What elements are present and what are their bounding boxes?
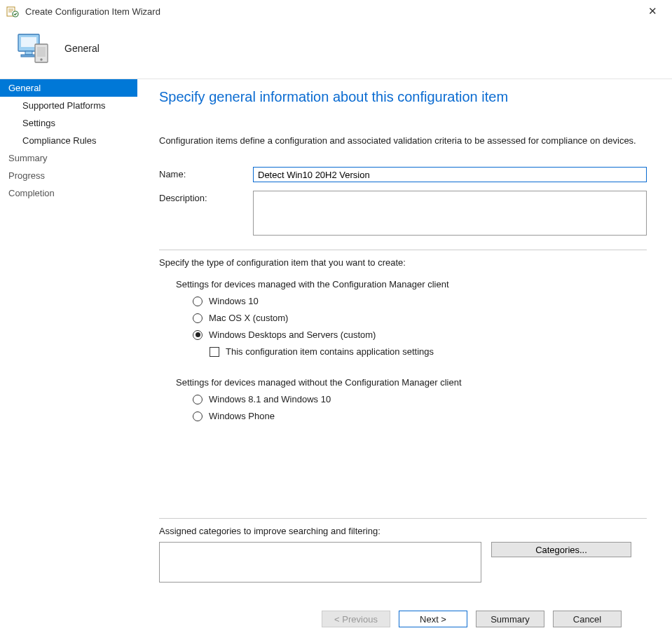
svg-rect-5 — [21, 55, 36, 57]
sidebar-item-settings[interactable]: Settings — [0, 114, 137, 132]
sidebar-item-progress[interactable]: Progress — [0, 167, 137, 184]
close-icon[interactable]: ✕ — [638, 5, 666, 18]
app-icon — [6, 4, 20, 18]
radio-icon — [193, 297, 203, 306]
sidebar: General Supported Platforms Settings Com… — [0, 79, 138, 640]
radio-windows-10[interactable]: Windows 10 — [193, 296, 647, 306]
radio-icon — [193, 330, 203, 340]
summary-button[interactable]: Summary — [476, 611, 544, 627]
checkbox-icon — [210, 347, 219, 357]
type-section-label: Specify the type of configuration item t… — [159, 257, 647, 268]
radio-macosx[interactable]: Mac OS X (custom) — [193, 313, 647, 323]
title-bar: Create Configuration Item Wizard ✕ — [0, 0, 672, 22]
group-without-client-label: Settings for devices managed without the… — [176, 377, 647, 388]
window-title: Create Configuration Item Wizard — [25, 6, 638, 17]
next-button[interactable]: Next > — [399, 611, 467, 627]
categories-label: Assigned categories to improve searching… — [159, 526, 647, 536]
categories-list[interactable] — [159, 542, 481, 583]
intro-text: Configuration items define a configurati… — [159, 135, 647, 147]
svg-point-8 — [40, 58, 42, 60]
main-panel: Specify general information about this c… — [138, 79, 672, 640]
sidebar-item-completion[interactable]: Completion — [0, 184, 137, 202]
cancel-button[interactable]: Cancel — [553, 611, 622, 627]
checkbox-app-settings[interactable]: This configuration item contains applica… — [210, 346, 647, 357]
description-input[interactable] — [253, 191, 647, 236]
divider — [159, 518, 647, 519]
group-with-client-label: Settings for devices managed with the Co… — [176, 279, 647, 290]
header-icon — [14, 32, 50, 65]
radio-label: Windows 10 — [209, 296, 259, 306]
radio-icon — [193, 411, 203, 421]
radio-windows-phone[interactable]: Windows Phone — [193, 411, 647, 421]
sidebar-item-supported-platforms[interactable]: Supported Platforms — [0, 97, 137, 114]
divider — [159, 250, 647, 250]
sidebar-item-summary[interactable]: Summary — [0, 149, 137, 167]
radio-windows-81-10[interactable]: Windows 8.1 and Windows 10 — [193, 394, 647, 404]
radio-icon — [193, 395, 203, 404]
sidebar-item-compliance-rules[interactable]: Compliance Rules — [0, 132, 137, 149]
svg-rect-3 — [21, 37, 36, 47]
page-title: Specify general information about this c… — [159, 89, 647, 105]
name-label: Name: — [159, 167, 253, 179]
header-label: General — [64, 43, 100, 54]
radio-label: Mac OS X (custom) — [209, 313, 288, 323]
radio-label: Windows Phone — [209, 411, 275, 421]
radio-label: Windows 8.1 and Windows 10 — [209, 394, 331, 404]
categories-button[interactable]: Categories... — [491, 542, 631, 557]
name-input[interactable] — [253, 167, 647, 182]
checkbox-label: This configuration item contains applica… — [226, 346, 434, 357]
radio-icon — [193, 313, 203, 323]
radio-windows-desktops-servers[interactable]: Windows Desktops and Servers (custom) — [193, 329, 647, 340]
header: General — [0, 22, 672, 79]
previous-button: < Previous — [322, 611, 390, 627]
radio-label: Windows Desktops and Servers (custom) — [209, 329, 376, 340]
footer-buttons: < Previous Next > Summary Cancel — [159, 599, 647, 640]
sidebar-item-general[interactable]: General — [0, 79, 137, 97]
svg-rect-7 — [37, 47, 46, 57]
description-label: Description: — [159, 191, 253, 203]
svg-rect-4 — [25, 51, 32, 55]
